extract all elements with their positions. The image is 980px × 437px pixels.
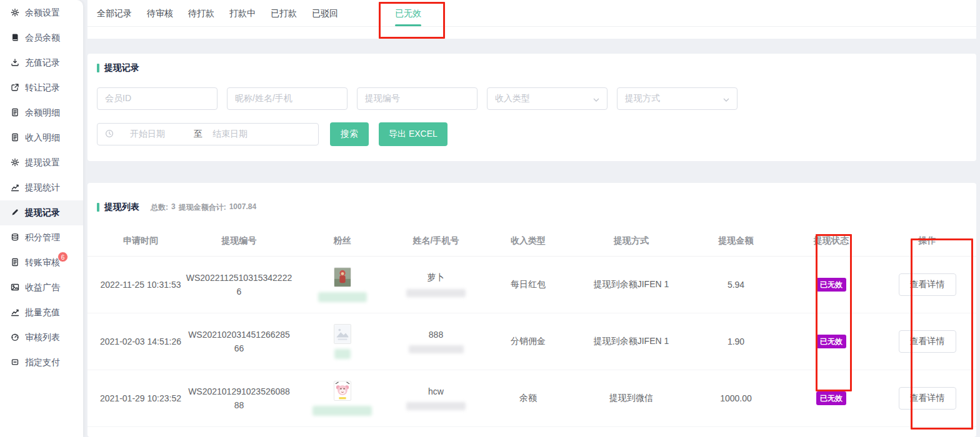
cell-apply-time: 2021-02-03 14:51:26 <box>97 336 184 346</box>
sidebar-item-transfer-review[interactable]: 转账审核 6 <box>0 250 83 275</box>
column-header-action: 操作 <box>878 235 976 247</box>
export-excel-button[interactable]: 导出 EXCEL <box>379 122 448 146</box>
chevron-down-icon <box>723 94 729 104</box>
notification-count-badge: 6 <box>58 252 68 262</box>
status-badge-invalid: 已无效 <box>816 278 846 292</box>
list-panel-title: 提现列表 <box>97 202 139 213</box>
cell-name-phone: hcw <box>391 386 481 410</box>
amount-total-value: 1007.84 <box>229 202 256 213</box>
total-value: 3 <box>171 202 176 213</box>
sidebar-item-balance-settings[interactable]: 余额设置 <box>0 1 83 26</box>
sidebar-item-label: 转让记录 <box>25 82 60 94</box>
sidebar-item-label: 指定支付 <box>25 357 60 368</box>
fan-avatar-cartoon-monkey <box>334 381 351 401</box>
sidebar-item-label: 收入明细 <box>25 132 60 144</box>
sidebar-item-withdraw-settings[interactable]: 提现设置 <box>0 150 83 175</box>
fan-name: 萝卜 <box>391 272 481 283</box>
income-type-select[interactable]: 收入类型 <box>487 87 608 110</box>
search-panel-title-text: 提现记录 <box>104 62 139 74</box>
nickname-placeholder: 昵称/姓名/手机 <box>235 93 292 104</box>
view-detail-button[interactable]: 查看详情 <box>899 273 956 296</box>
withdraw-code-placeholder: 提现编号 <box>365 93 400 104</box>
column-header-name-phone: 姓名/手机号 <box>391 235 481 247</box>
member-id-input[interactable]: 会员ID <box>97 87 218 110</box>
withdraw-list-panel: 提现列表 总数: 3 提现金额合计: 1007.84 申请时间 提现编号 粉丝 … <box>88 183 976 437</box>
blurred-phone-number <box>406 289 466 297</box>
cell-action: 查看详情 <box>878 330 976 353</box>
cell-withdraw-code: WS20210203145126628566 <box>184 328 294 355</box>
sidebar-item-withdraw-records[interactable]: 提现记录 <box>0 200 83 225</box>
cell-fan <box>294 381 391 416</box>
sidebar-item-label: 转账审核 <box>25 257 60 268</box>
column-header-fan: 粉丝 <box>294 235 391 247</box>
line-chart-icon <box>11 183 19 194</box>
tab-invalid[interactable]: 已无效 <box>395 0 421 26</box>
fan-name: hcw <box>391 386 481 396</box>
sidebar-item-designated-payment[interactable]: 指定支付 <box>0 350 83 375</box>
cell-fan <box>294 267 391 302</box>
tab-all-records[interactable]: 全部记录 <box>97 0 132 26</box>
tab-paid[interactable]: 已打款 <box>271 0 297 26</box>
cell-action: 查看详情 <box>878 273 976 296</box>
gear-icon <box>11 8 19 19</box>
document-icon <box>11 108 19 119</box>
sidebar-item-withdraw-statistics[interactable]: 提现统计 <box>0 175 83 200</box>
fan-avatar-broken-image <box>334 324 351 344</box>
download-icon <box>11 58 19 69</box>
cell-withdraw-method: 提现到余额JIFEN 1 <box>575 336 688 347</box>
date-range-input[interactable]: 开始日期 至 结束日期 <box>97 123 319 145</box>
sidebar-item-label: 余额明细 <box>25 107 60 119</box>
sidebar-item-income-detail[interactable]: 收入明细 <box>0 125 83 150</box>
sidebar-item-revenue-ads[interactable]: 收益广告 <box>0 275 83 300</box>
sidebar-item-balance-detail[interactable]: 余额明细 <box>0 101 83 125</box>
view-detail-button[interactable]: 查看详情 <box>899 330 956 353</box>
sidebar-item-batch-recharge[interactable]: 批量充值 <box>0 300 83 325</box>
search-fields-row: 会员ID 昵称/姓名/手机 提现编号 收入类型 提现方式 <box>97 87 967 110</box>
coins-icon <box>11 233 19 243</box>
cell-apply-time: 2022-11-25 10:31:53 <box>97 280 184 290</box>
cell-fan <box>294 324 391 359</box>
withdraw-method-placeholder: 提现方式 <box>625 93 660 104</box>
income-type-placeholder: 收入类型 <box>495 93 530 104</box>
list-panel-title-text: 提现列表 <box>104 202 139 213</box>
cell-income-type: 每日红包 <box>481 279 575 290</box>
withdraw-method-select[interactable]: 提现方式 <box>617 87 738 110</box>
tab-pending-review[interactable]: 待审核 <box>147 0 173 26</box>
sidebar-item-points-management[interactable]: 积分管理 <box>0 225 83 250</box>
member-id-placeholder: 会员ID <box>105 93 131 104</box>
cell-name-phone: 萝卜 <box>391 272 481 297</box>
sidebar-item-label: 充值记录 <box>25 57 60 69</box>
list-summary: 总数: 3 提现金额合计: 1007.84 <box>151 202 256 213</box>
line-chart-icon <box>11 308 19 318</box>
column-header-apply-time: 申请时间 <box>97 235 184 247</box>
total-label: 总数: <box>151 202 168 213</box>
tab-rejected[interactable]: 已驳回 <box>312 0 338 26</box>
sidebar-item-recharge-records[interactable]: 充值记录 <box>0 51 83 76</box>
sidebar-item-review-list[interactable]: 审核列表 <box>0 325 83 350</box>
sidebar-item-label: 积分管理 <box>25 232 60 243</box>
withdraw-code-input[interactable]: 提现编号 <box>357 87 478 110</box>
dashboard-icon <box>11 333 19 343</box>
document-icon <box>11 133 19 144</box>
green-bar <box>97 64 99 72</box>
nickname-name-phone-input[interactable]: 昵称/姓名/手机 <box>227 87 348 110</box>
cell-income-type: 分销佣金 <box>481 336 575 347</box>
cell-amount: 1.90 <box>688 336 784 346</box>
sidebar-item-label: 提现设置 <box>25 157 60 169</box>
tab-pending-payment[interactable]: 待打款 <box>188 0 214 26</box>
sidebar-item-transfer-records[interactable]: 转让记录 <box>0 76 83 101</box>
view-detail-button[interactable]: 查看详情 <box>899 387 956 410</box>
table-header-row: 申请时间 提现编号 粉丝 姓名/手机号 收入类型 提现方式 提现金额 提现状态 … <box>88 225 976 257</box>
cell-withdraw-method: 提现到余额JIFEN 1 <box>575 279 688 290</box>
clock-icon <box>105 129 114 140</box>
tab-paying[interactable]: 打款中 <box>229 0 256 26</box>
sidebar-item-label: 批量充值 <box>25 307 60 318</box>
sidebar-item-member-balance[interactable]: 会员余额 <box>0 26 83 51</box>
image-icon <box>11 283 19 293</box>
cell-status: 已无效 <box>784 335 878 348</box>
search-button[interactable]: 搜索 <box>330 122 369 146</box>
table-row: 2022-11-25 10:31:53 WS202211251031534222… <box>88 257 976 313</box>
cell-amount: 1000.00 <box>688 393 784 403</box>
column-header-income-type: 收入类型 <box>481 235 575 247</box>
column-header-withdraw-method: 提现方式 <box>575 235 688 247</box>
